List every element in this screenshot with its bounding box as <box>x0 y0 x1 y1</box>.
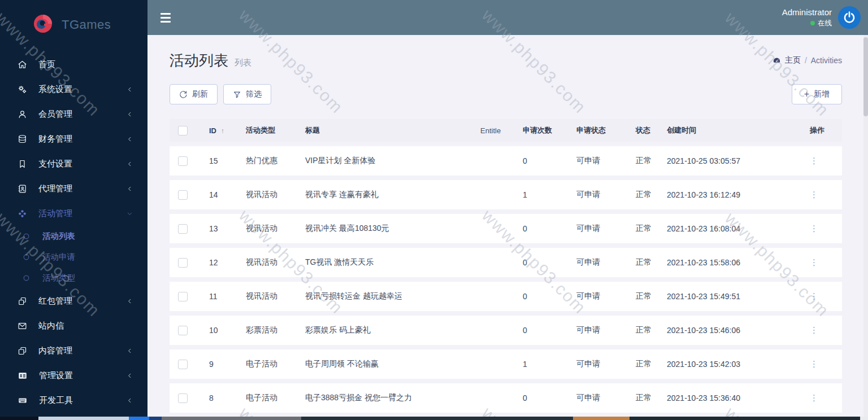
row-checkbox[interactable] <box>178 190 188 200</box>
cell-id: 8 <box>203 383 240 413</box>
cell-type: 视讯活动 <box>240 248 300 277</box>
sidebar-subitem-label: 活动申请 <box>42 252 75 262</box>
chevron-left-icon <box>127 111 133 117</box>
row-actions-kebab-icon[interactable]: ⋮ <box>794 383 842 413</box>
sidebar-item-label: 首页 <box>38 59 55 70</box>
table-row: 15 热门优惠 VIP星计划 全新体验 0 可申请 正常 2021-10-25 … <box>170 146 842 176</box>
column-header-apply-status[interactable]: 申请状态 <box>571 119 630 142</box>
cell-created: 2021-10-23 15:46:06 <box>661 316 794 345</box>
sidebar-subitem-activity-apply[interactable]: 活动申请 <box>0 247 147 268</box>
table-row: 11 视讯活动 视讯亏损转运金 越玩越幸运 0 可申请 正常 2021-10-2… <box>170 282 842 311</box>
row-actions-kebab-icon[interactable]: ⋮ <box>794 214 842 243</box>
sidebar-item-label: 财务管理 <box>38 134 72 145</box>
table-row: 13 视讯活动 视讯冲关 最高108130元 0 可申请 正常 2021-10-… <box>170 214 842 243</box>
cell-status: 正常 <box>630 316 661 345</box>
cell-apply-count: 1 <box>517 349 571 379</box>
brand-header[interactable]: TGames <box>0 0 147 52</box>
cell-entitle <box>475 349 517 379</box>
row-actions-kebab-icon[interactable]: ⋮ <box>794 316 842 345</box>
sidebar-item-label: 代理管理 <box>38 183 72 194</box>
row-checkbox[interactable] <box>178 224 188 234</box>
cell-apply-status: 可申请 <box>571 146 630 176</box>
cell-id: 9 <box>203 349 240 379</box>
row-actions-kebab-icon[interactable]: ⋮ <box>794 248 842 277</box>
sidebar-subitem-activity-types[interactable]: 活动类型 <box>0 268 147 288</box>
sidebar-item-finance[interactable]: 财务管理 <box>0 126 147 151</box>
filter-button[interactable]: 筛选 <box>223 84 271 104</box>
sidebar-item-system-settings[interactable]: 系统设置 <box>0 77 147 102</box>
circle-icon <box>23 253 30 261</box>
table-header-row: ID ↑ 活动类型 标题 Entitle 申请次数 申请状态 状态 创建时间 操… <box>170 119 842 142</box>
red-packet-icon <box>18 296 27 306</box>
sidebar-item-label: 内容管理 <box>38 345 72 356</box>
cell-title: 视讯冲关 最高108130元 <box>300 214 475 243</box>
sidebar-item-content[interactable]: 内容管理 <box>0 338 147 363</box>
sidebar-item-activities[interactable]: 活动管理 <box>0 201 147 226</box>
row-checkbox[interactable] <box>178 292 188 301</box>
column-header-title[interactable]: 标题 <box>300 119 475 142</box>
cell-id: 11 <box>203 282 240 311</box>
sidebar-item-home[interactable]: 首页 <box>0 52 147 77</box>
online-status-label: 在线 <box>818 19 832 28</box>
sidebar-subitem-activity-list[interactable]: 活动列表 <box>0 226 147 247</box>
progress-segment <box>0 417 38 420</box>
breadcrumb-separator: / <box>805 56 807 65</box>
cell-status: 正常 <box>630 248 661 277</box>
cell-id: 10 <box>203 316 240 345</box>
cell-created: 2021-10-23 15:36:40 <box>661 383 794 413</box>
row-actions-kebab-icon[interactable]: ⋮ <box>794 349 842 379</box>
column-header-id[interactable]: ID ↑ <box>203 119 240 142</box>
column-header-type[interactable]: 活动类型 <box>240 119 300 142</box>
select-all-checkbox[interactable] <box>178 126 188 135</box>
table-row: 8 电子活动 电子3888亏损金 祝您一臂之力 0 可申请 正常 2021-10… <box>170 383 842 413</box>
sidebar-item-payment[interactable]: 支付设置 <box>0 151 147 176</box>
sidebar-item-dev-tools[interactable]: 开发工具 <box>0 388 147 413</box>
sidebar-item-agents[interactable]: 代理管理 <box>0 176 147 201</box>
cell-apply-status: 可申请 <box>571 349 630 379</box>
plus-icon: + <box>804 91 809 98</box>
progress-segment <box>860 417 868 420</box>
avatar[interactable] <box>838 6 861 29</box>
hamburger-menu-icon[interactable] <box>160 13 171 23</box>
column-header-created[interactable]: 创建时间 <box>661 119 794 142</box>
topbar: Administrator 在线 <box>147 0 868 35</box>
cell-apply-count: 1 <box>517 180 571 209</box>
row-actions-kebab-icon[interactable]: ⋮ <box>794 146 842 176</box>
refresh-button[interactable]: 刷新 <box>170 84 218 104</box>
row-checkbox[interactable] <box>178 360 188 369</box>
sidebar-item-label: 红包管理 <box>38 296 72 307</box>
column-header-status[interactable]: 状态 <box>630 119 661 142</box>
address-book-icon <box>18 184 27 194</box>
row-actions-kebab-icon[interactable]: ⋮ <box>794 282 842 311</box>
sidebar-item-red-packets[interactable]: 红包管理 <box>0 288 147 313</box>
add-button[interactable]: + 新增 <box>792 84 842 104</box>
progress-segment <box>149 417 162 420</box>
cell-entitle <box>475 248 517 277</box>
cell-type: 电子活动 <box>240 383 300 413</box>
cell-type: 视讯活动 <box>240 282 300 311</box>
sidebar-item-members[interactable]: 会员管理 <box>0 102 147 126</box>
column-header-entitle[interactable]: Entitle <box>475 119 517 142</box>
sidebar-item-messages[interactable]: 站内信 <box>0 313 147 338</box>
page-subtitle: 列表 <box>235 58 251 68</box>
row-actions-kebab-icon[interactable]: ⋮ <box>794 180 842 209</box>
cell-type: 视讯活动 <box>240 180 300 209</box>
sidebar-item-admin-settings[interactable]: 管理设置 <box>0 363 147 388</box>
chevron-left-icon <box>127 136 133 142</box>
column-header-apply-count[interactable]: 申请次数 <box>517 119 571 142</box>
row-checkbox[interactable] <box>178 393 188 403</box>
row-checkbox[interactable] <box>178 156 188 166</box>
row-checkbox[interactable] <box>178 258 188 268</box>
dashboard-icon <box>772 56 782 65</box>
cell-entitle <box>475 214 517 243</box>
column-header-actions: 操作 <box>794 119 842 142</box>
breadcrumb-home[interactable]: 主页 <box>772 55 801 65</box>
vertical-scrollbar[interactable] <box>863 35 868 417</box>
user-icon <box>18 110 27 119</box>
cell-title: TG视讯 激情天天乐 <box>300 248 475 277</box>
cell-apply-status: 可申请 <box>571 383 630 413</box>
row-checkbox[interactable] <box>178 326 188 335</box>
cell-title: 彩票娱乐 码上豪礼 <box>300 316 475 345</box>
scrollbar-thumb[interactable] <box>863 37 868 116</box>
sidebar-item-label: 会员管理 <box>38 109 72 120</box>
